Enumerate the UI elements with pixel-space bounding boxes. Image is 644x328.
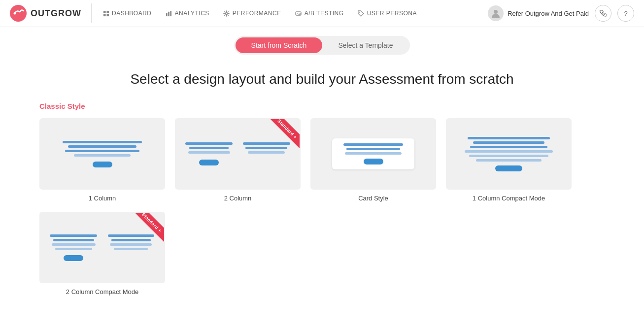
nav-dashboard[interactable]: DASHBOARD [97, 7, 158, 20]
tabs-wrapper: Start from Scratch Select a Template [234, 36, 410, 55]
nav-performance[interactable]: PERFORMANCE [217, 7, 287, 20]
nav-analytics[interactable]: ANALYTICS [160, 7, 215, 20]
card-label-card-style: Card Style [358, 195, 388, 202]
mock-line-light [55, 248, 92, 250]
mock-line-light [465, 150, 552, 153]
bar-chart-icon [166, 10, 172, 17]
refer-button[interactable]: Refer Outgrow And Get Paid [488, 5, 589, 21]
card-preview-2-column[interactable]: Standard + [175, 118, 301, 190]
card-preview-2-column-compact[interactable]: Standard + [39, 212, 165, 283]
layout-card-1-column-compact[interactable]: 1 Column Compact Mode [446, 118, 572, 202]
badge-text-compact: Standard + [133, 212, 165, 242]
ab-icon: AB [295, 10, 302, 17]
card-preview-1-column[interactable] [39, 118, 165, 190]
mock-button [495, 165, 522, 171]
mock-line [189, 147, 229, 149]
mock-line-light [52, 243, 96, 246]
standard-plus-badge-compact: Standard + [126, 212, 165, 251]
svg-point-13 [494, 10, 498, 14]
mock-white-card [332, 138, 414, 169]
tab-select-template[interactable]: Select a Template [322, 37, 408, 53]
nav-ab-testing[interactable]: AB A/B TESTING [289, 7, 350, 20]
layout-card-2-column[interactable]: Standard + 2 Column [175, 118, 301, 202]
mock-line-light [188, 151, 230, 154]
logo-text: OUTGROW [31, 8, 81, 19]
card-label-1-column: 1 Column [89, 195, 116, 202]
page-title: Select a design layout and build your As… [39, 71, 605, 87]
mock-line [68, 145, 136, 148]
mock-col-left [183, 142, 236, 165]
phone-button[interactable] [595, 5, 611, 22]
svg-rect-3 [106, 10, 109, 13]
svg-rect-2 [103, 10, 105, 13]
mock-line-light [74, 154, 131, 157]
tag-icon [358, 10, 365, 17]
mock-content-1col [40, 134, 164, 174]
svg-point-12 [359, 11, 360, 12]
question-icon: ? [624, 10, 627, 17]
mock-compact-col-left [47, 234, 100, 261]
mock-line [53, 239, 94, 241]
grid-icon [102, 10, 109, 17]
mock-button [364, 159, 383, 164]
nav-user-persona[interactable]: USER PERSONA [352, 7, 423, 20]
layout-grid: 1 Column [39, 118, 605, 295]
svg-point-9 [226, 12, 228, 14]
svg-point-1 [14, 12, 16, 15]
section-label: Classic Style [39, 102, 605, 110]
header-divider [91, 3, 92, 23]
mock-line [470, 146, 547, 148]
mock-line [343, 143, 404, 146]
tab-start-from-scratch[interactable]: Start from Scratch [236, 37, 323, 53]
layout-card-1-column[interactable]: 1 Column [39, 118, 165, 202]
svg-text:AB: AB [297, 12, 301, 15]
mock-line-light [469, 155, 548, 157]
mock-content-card-style [311, 131, 435, 176]
mock-button [93, 162, 112, 167]
svg-rect-5 [106, 14, 109, 16]
mock-line [346, 148, 400, 150]
mock-button [199, 160, 219, 165]
mock-line [50, 234, 97, 237]
card-preview-card-style[interactable] [310, 118, 436, 190]
mock-line [65, 150, 140, 152]
app-header: OUTGROW DASHBOARD ANALYTICS PERFORMANCE … [0, 0, 644, 27]
svg-rect-7 [168, 11, 169, 16]
svg-rect-6 [166, 13, 168, 16]
avatar [488, 5, 504, 21]
card-label-1-column-compact: 1 Column Compact Mode [473, 195, 545, 202]
main-nav: DASHBOARD ANALYTICS PERFORMANCE AB A/B T… [97, 7, 488, 20]
tabs-container: Start from Scratch Select a Template [0, 27, 644, 62]
mock-line-light [476, 159, 542, 162]
header-right: Refer Outgrow And Get Paid ? [488, 5, 634, 22]
mock-line [63, 141, 142, 143]
svg-rect-8 [170, 10, 171, 16]
logo[interactable]: OUTGROW [10, 5, 81, 22]
main-content: Select a design layout and build your As… [0, 62, 644, 315]
mock-line-light [345, 152, 402, 155]
standard-plus-badge: Standard + [261, 118, 301, 158]
settings-icon [223, 10, 230, 17]
layout-card-card-style[interactable]: Card Style [310, 118, 436, 202]
badge-text: Standard + [268, 118, 301, 148]
svg-point-0 [10, 5, 27, 22]
mock-line [185, 142, 233, 145]
help-button[interactable]: ? [617, 5, 634, 22]
layout-card-2-column-compact[interactable]: Standard + 2 Column Compact Mode [39, 212, 165, 295]
mock-line [473, 141, 544, 144]
svg-rect-4 [103, 14, 105, 16]
card-label-2-column: 2 Column [224, 195, 252, 202]
card-label-2-column-compact: 2 Column Compact Mode [66, 288, 138, 295]
mock-line [468, 137, 550, 139]
mock-content-1col-compact [447, 130, 571, 178]
mock-button [64, 255, 83, 261]
card-preview-1-column-compact[interactable] [446, 118, 572, 190]
